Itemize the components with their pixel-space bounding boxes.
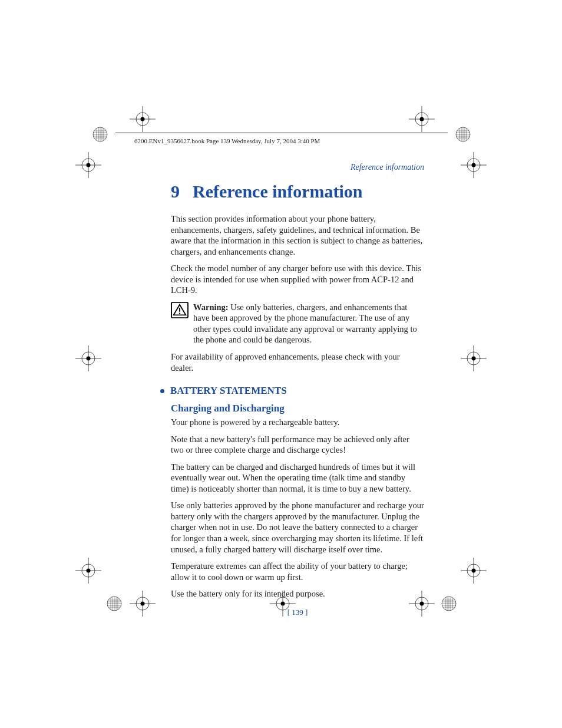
subsection-charging: Charging and Discharging bbox=[171, 403, 424, 414]
chapter-number: 9 bbox=[171, 182, 180, 201]
printer-line-top bbox=[115, 133, 448, 133]
warning-block: Warning: Use only batteries, chargers, a… bbox=[171, 302, 424, 345]
section-title-text: BATTERY STATEMENTS bbox=[170, 385, 287, 397]
intro-paragraph-2: Check the model number of any charger be… bbox=[171, 263, 424, 296]
charging-p1: Your phone is powered by a rechargeable … bbox=[171, 417, 424, 428]
crop-mark-bot-right bbox=[461, 558, 487, 584]
rosette-bot-right bbox=[441, 595, 457, 612]
crop-mark-top-right-inner bbox=[409, 106, 435, 132]
warning-text: Warning: Use only batteries, chargers, a… bbox=[193, 302, 424, 345]
crop-mark-bot-left bbox=[75, 558, 101, 584]
rosette-top-left bbox=[92, 126, 108, 143]
charging-p5: Temperature extremes can affect the abil… bbox=[171, 561, 424, 582]
section-battery-statements: BATTERY STATEMENTS bbox=[160, 385, 424, 397]
rosette-bot-left bbox=[106, 595, 123, 612]
page-content: Reference information 9Reference informa… bbox=[171, 134, 424, 617]
svg-point-91 bbox=[179, 312, 180, 314]
crop-mark-mid-left bbox=[75, 345, 101, 371]
crop-mark-top-left bbox=[75, 152, 101, 178]
rosette-top-right bbox=[455, 126, 471, 143]
page-number: [ 139 ] bbox=[171, 608, 424, 617]
chapter-title-text: Reference information bbox=[193, 182, 363, 201]
charging-p4: Use only batteries approved by the phone… bbox=[171, 500, 424, 555]
crop-mark-top-left-inner bbox=[130, 106, 156, 132]
warning-label: Warning: bbox=[193, 302, 229, 312]
intro-paragraph-1: This section provides information about … bbox=[171, 213, 424, 257]
chapter-title: 9Reference information bbox=[171, 182, 424, 202]
running-head: Reference information bbox=[171, 163, 424, 172]
bullet-icon bbox=[160, 389, 164, 393]
charging-p3: The battery can be charged and discharge… bbox=[171, 462, 424, 495]
intro-paragraph-3: For availability of approved enhancement… bbox=[171, 351, 424, 373]
crop-mark-bot-left-inner bbox=[130, 591, 156, 617]
charging-p2: Note that a new battery's full performan… bbox=[171, 434, 424, 456]
warning-icon bbox=[171, 302, 189, 318]
crop-mark-mid-right bbox=[461, 345, 487, 371]
crop-mark-top-right bbox=[461, 152, 487, 178]
charging-p6: Use the battery only for its intended pu… bbox=[171, 588, 424, 599]
